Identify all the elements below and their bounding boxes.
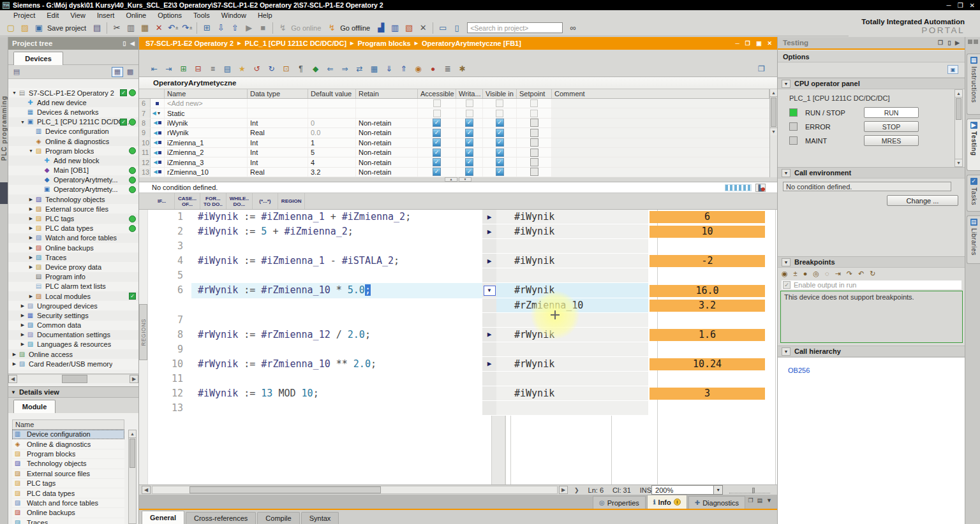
table-row[interactable]: 8◀iWynikInt0Non-retain✓✓✓: [139, 119, 769, 128]
table-row[interactable]: 11◀iZmienna_2Int5Non-retain✓✓✓: [139, 148, 769, 157]
column-header-name[interactable]: Name: [165, 89, 248, 98]
checkbox-checked[interactable]: ✓: [465, 129, 473, 137]
expand-closed-icon[interactable]: ▶: [11, 352, 18, 357]
tree-item-common-data[interactable]: ▶▨Common data: [8, 321, 138, 330]
run-button[interactable]: RUN: [864, 107, 919, 118]
tree-item-plc-data-types[interactable]: ▶▨PLC data types: [8, 224, 138, 233]
scl-code-editor[interactable]: 1#iWynik := #iZmienna_1 + #iZmienna_2;▶#…: [139, 210, 777, 484]
checkbox-checked[interactable]: ✓: [433, 129, 441, 137]
monitor-value[interactable]: 6: [650, 211, 765, 223]
filter-tree-icon[interactable]: ▤: [11, 67, 22, 77]
menu-window[interactable]: Window: [216, 11, 252, 19]
step-into-icon[interactable]: ⇥: [835, 270, 840, 278]
breadcrumb-item-plc-1-cpu-1211c-dc-dc-dc[interactable]: PLC_1 [CPU 1211C DC/DC/DC]: [245, 40, 347, 47]
code-line-8[interactable]: #rWynik := #rZmienna_12 / 2.0;: [191, 328, 482, 342]
monitor-value[interactable]: 3.2: [650, 300, 765, 312]
open-project-icon[interactable]: ▨: [19, 22, 31, 34]
splitter-down-icon[interactable]: ▼: [459, 177, 471, 182]
tree-item-online-backups[interactable]: ▶▨Online backups: [8, 243, 138, 252]
column-header-retain[interactable]: Retain: [356, 89, 418, 98]
breakpoint-expand-icon[interactable]: ±: [794, 270, 798, 277]
monitor-value[interactable]: 1.6: [650, 329, 765, 341]
code-line-7[interactable]: [191, 313, 482, 328]
checkbox-checked[interactable]: ✓: [433, 149, 441, 157]
expand-closed-icon[interactable]: ▶: [19, 342, 26, 347]
checkbox-checked[interactable]: ✓: [496, 149, 504, 157]
checkbox-unchecked[interactable]: [530, 119, 538, 127]
call-structure-icon[interactable]: ≣: [441, 62, 454, 75]
enable-breakpoint-icon[interactable]: ◎: [813, 270, 819, 278]
goto-usage-icon[interactable]: ⇒: [338, 62, 352, 75]
tab-compile[interactable]: Compile: [257, 512, 299, 524]
cell-data-type[interactable]: Int: [248, 119, 308, 127]
change-button[interactable]: Change ...: [887, 195, 958, 206]
snippet-while[interactable]: WHILE..DO...: [226, 193, 253, 209]
tab-info[interactable]: ℹInfoi: [647, 495, 687, 509]
copy-icon[interactable]: ▥: [124, 22, 137, 34]
breakpoints-view-icon[interactable]: ●: [426, 62, 440, 75]
expand-closed-icon[interactable]: ▶: [11, 361, 18, 367]
insert-row-icon[interactable]: ⊞: [177, 62, 190, 75]
expand-closed-icon[interactable]: ▶: [27, 294, 34, 299]
cell-retain[interactable]: Non-retain: [356, 157, 418, 166]
details-item-plc-tags[interactable]: ▨PLC tags: [12, 479, 124, 488]
scroll-up-icon[interactable]: ▲: [129, 430, 136, 438]
cell-default-value[interactable]: [308, 99, 356, 108]
column-header-setpoint[interactable]: Setpoint: [517, 89, 552, 98]
menu-options[interactable]: Options: [152, 11, 188, 19]
tree-item-languages-resources[interactable]: ▶▨Languages & resources: [8, 340, 138, 349]
cell-data-type[interactable]: Real: [248, 128, 308, 137]
expand-closed-icon[interactable]: ▶: [19, 323, 26, 328]
print-icon[interactable]: ▤: [91, 22, 103, 34]
cell-name[interactable]: rWynik: [165, 128, 248, 137]
table-row[interactable]: 9◀rWynikReal0.0Non-retain✓✓✓: [139, 128, 769, 138]
scroll-thumb[interactable]: [62, 375, 87, 383]
go-to-prev-icon[interactable]: ⇤: [147, 62, 161, 75]
cell-default-value[interactable]: 1: [308, 138, 356, 147]
expand-closed-icon[interactable]: ▶: [27, 255, 34, 260]
cell-comment[interactable]: [552, 99, 769, 108]
checkbox-checked[interactable]: ✓: [496, 158, 504, 166]
expand-closed-icon[interactable]: ▶: [27, 265, 34, 270]
go-online-label[interactable]: Go online: [291, 24, 321, 32]
tab-general[interactable]: General: [142, 511, 184, 524]
compile-icon[interactable]: ⊞: [200, 22, 213, 34]
code-line-12[interactable]: #iWynik := 13 MOD 10;: [191, 386, 482, 401]
editor-float-icon[interactable]: ❐: [745, 40, 750, 47]
save-project-icon[interactable]: ▣: [33, 22, 45, 34]
scroll-track[interactable]: [17, 375, 130, 383]
details-item-device-configuration[interactable]: ▥Device configuration: [12, 430, 124, 439]
zoom-slider[interactable]: [729, 487, 770, 493]
go-offline-icon[interactable]: ↯: [325, 22, 338, 34]
upload-block-icon[interactable]: ⇑: [397, 62, 410, 75]
redo-icon[interactable]: ↷±: [181, 22, 193, 34]
cell-default-value[interactable]: 5: [308, 148, 356, 157]
scroll-right-icon[interactable]: ▶: [130, 375, 138, 383]
scroll-down-icon[interactable]: ▼: [955, 159, 962, 166]
save-project-label[interactable]: Save project: [47, 24, 86, 32]
menu-help[interactable]: Help: [252, 11, 278, 19]
monitor-value[interactable]: 16.0: [650, 285, 765, 297]
tree-item-add-new-device[interactable]: ✚Add new device: [8, 98, 138, 107]
split-editor-horizontal-icon[interactable]: ▭: [436, 22, 449, 34]
cell-data-type[interactable]: Int: [248, 157, 308, 166]
tree-item-operatoryarytmety[interactable]: ▣OperatoryArytmety...: [8, 185, 138, 194]
table-row[interactable]: 10◀iZmienna_1Int1Non-retain✓✓✓: [139, 138, 769, 148]
expand-open-icon[interactable]: ▼: [11, 91, 18, 95]
column-header-visible-in[interactable]: Visible in ...: [483, 89, 517, 98]
snippet-for[interactable]: FOR...TO DO..: [200, 193, 226, 209]
snippet-region[interactable]: REGION: [278, 193, 306, 209]
details-item-online-diagnostics[interactable]: ◈Online & diagnostics: [12, 439, 124, 449]
expand-closed-icon[interactable]: ▶: [27, 245, 34, 251]
cpu-operator-panel-header[interactable]: ▼ CPU operator panel: [778, 78, 965, 89]
monitor-expand-icon[interactable]: ▶: [487, 360, 492, 368]
call-environment-header[interactable]: ▼ Call environment: [778, 167, 965, 178]
editor-hscrollbar[interactable]: [152, 486, 558, 494]
tree-item-card-reader-usb-memory[interactable]: ▶▨Card Reader/USB memory: [8, 359, 138, 368]
table-row[interactable]: 6<Add new>: [139, 99, 769, 108]
table-editor-splitter[interactable]: ▲ ▼: [139, 177, 777, 182]
snippet-case[interactable]: CASE...OF...: [175, 193, 200, 209]
start-simulation-icon[interactable]: ▧: [403, 22, 415, 34]
expand-open-icon[interactable]: ▼: [27, 149, 34, 153]
details-item-external-source-files[interactable]: ▨External source files: [12, 469, 124, 479]
